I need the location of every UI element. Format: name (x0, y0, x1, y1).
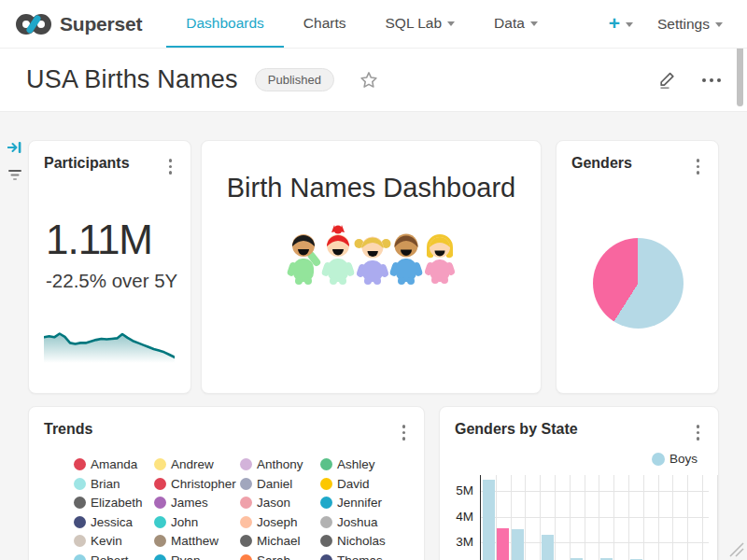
legend-item-john[interactable]: John (154, 514, 240, 529)
expand-filter-bar-icon[interactable] (7, 140, 22, 155)
gridline-vertical (717, 475, 718, 560)
legend-item-jessica[interactable]: Jessica (74, 514, 154, 529)
nav-item-charts[interactable]: Charts (284, 0, 366, 48)
legend-dot (240, 554, 252, 560)
more-actions-icon[interactable] (698, 75, 725, 86)
legend-name: Christopher (171, 477, 236, 491)
legend-item-david[interactable]: David (320, 476, 397, 491)
legend-dot (154, 535, 166, 547)
plus-icon: + (609, 13, 620, 33)
legend-item-andrew[interactable]: Andrew (154, 457, 240, 472)
nav-item-data[interactable]: Data (474, 0, 557, 48)
legend-item-thomas[interactable]: Thomas (320, 553, 397, 560)
chevron-down-icon (447, 21, 455, 26)
nav-item-label: Dashboards (186, 15, 264, 32)
nav-item-label: Data (494, 15, 525, 32)
legend-item-ashley[interactable]: Ashley (320, 457, 397, 472)
settings-menu[interactable]: Settings (657, 16, 723, 33)
favorite-star-icon[interactable] (359, 70, 379, 91)
children-illustration (202, 224, 541, 286)
legend-item-christopher[interactable]: Christopher (154, 476, 240, 491)
kebab-menu-icon[interactable] (691, 421, 706, 444)
legend-dot (240, 516, 252, 528)
legend-dot (74, 535, 86, 547)
gridline-vertical (658, 475, 659, 560)
dashboard-title: USA Births Names (26, 65, 238, 94)
filter-icon[interactable] (7, 168, 22, 182)
bar-boys (483, 480, 495, 560)
legend-dot (320, 554, 332, 560)
legend-name: Michael (257, 534, 301, 548)
resize-handle[interactable] (726, 539, 745, 558)
markdown-card: Birth Names Dashboard (201, 140, 542, 394)
nav-right: + Settings (609, 0, 747, 48)
legend-item-sarah[interactable]: Sarah (240, 553, 320, 560)
card-title: Genders (571, 155, 632, 172)
legend-item-anthony[interactable]: Anthony (240, 457, 320, 472)
legend-dot (154, 554, 166, 560)
chevron-down-icon (530, 21, 538, 26)
markdown-heading: Birth Names Dashboard (202, 173, 541, 203)
gridline-vertical (643, 475, 644, 560)
legend-name: David (337, 477, 370, 491)
legend-item-matthew[interactable]: Matthew (154, 534, 240, 549)
legend-name: Joshua (337, 515, 378, 529)
legend-item-joshua[interactable]: Joshua (320, 514, 397, 529)
legend-item-kevin[interactable]: Kevin (74, 534, 154, 549)
y-axis-tick-label: 5M (444, 483, 473, 497)
new-item-button[interactable]: + (609, 15, 633, 33)
gridline-vertical (628, 475, 629, 560)
y-axis-tick-label: 4M (444, 510, 473, 524)
legend-name: Amanda (91, 457, 137, 471)
legend-dot (154, 458, 166, 470)
big-number-value: 1.11M (46, 219, 190, 260)
trendline-sparkline (44, 324, 175, 363)
chevron-down-icon (626, 22, 633, 27)
legend-name: James (171, 496, 208, 510)
legend-item-jennifer[interactable]: Jennifer (320, 496, 397, 511)
legend-name: Daniel (257, 477, 292, 491)
legend-name: Matthew (171, 534, 218, 548)
legend-dot (320, 516, 332, 528)
legend-item-michael[interactable]: Michael (240, 534, 320, 549)
published-badge[interactable]: Published (255, 68, 334, 91)
filter-rail (7, 140, 22, 182)
kebab-menu-icon[interactable] (691, 155, 706, 178)
legend-item-elizabeth[interactable]: Elizabeth (74, 496, 154, 511)
bar-chart-plot-area (480, 475, 709, 560)
legend-item-james[interactable]: James (154, 496, 240, 511)
legend-name: Jason (257, 496, 290, 510)
nav-item-label: SQL Lab (386, 15, 443, 32)
gridline-vertical (702, 475, 703, 560)
legend-item-boys[interactable]: Boys (652, 452, 698, 466)
kebab-menu-icon[interactable] (397, 421, 412, 444)
legend-item-daniel[interactable]: Daniel (240, 476, 320, 491)
legend-name: Andrew (171, 457, 214, 471)
kebab-menu-icon[interactable] (163, 155, 178, 178)
y-axis-tick-label: 3M (444, 535, 473, 549)
nav-item-dashboards[interactable]: Dashboards (166, 0, 284, 48)
legend-item-jason[interactable]: Jason (240, 496, 320, 511)
gridline-vertical (570, 475, 571, 560)
genders-pie-chart (593, 238, 684, 329)
superset-logo[interactable]: Superset (0, 0, 166, 48)
big-number-delta: -22.5% over 5Y (46, 270, 190, 292)
legend-name: Thomas (337, 553, 383, 560)
card-title: Participants (44, 155, 130, 172)
gridline-horizontal (481, 517, 709, 518)
legend-item-joseph[interactable]: Joseph (240, 514, 320, 529)
card-title: Genders by State (455, 421, 578, 438)
legend-item-nicholas[interactable]: Nicholas (320, 534, 397, 549)
nav-menu: DashboardsChartsSQL LabData (166, 0, 557, 48)
legend-name: Sarah (257, 553, 290, 560)
legend-item-robert[interactable]: Robert (74, 553, 154, 560)
legend-dot (74, 516, 86, 528)
legend-item-brian[interactable]: Brian (74, 476, 154, 491)
header-actions (657, 70, 725, 91)
legend-item-ryan[interactable]: Ryan (154, 553, 240, 560)
nav-item-sql-lab[interactable]: SQL Lab (366, 0, 475, 48)
legend-dot (154, 478, 166, 490)
legend-name: Ryan (171, 553, 201, 560)
edit-pencil-icon[interactable] (657, 70, 678, 91)
legend-item-amanda[interactable]: Amanda (74, 457, 154, 472)
